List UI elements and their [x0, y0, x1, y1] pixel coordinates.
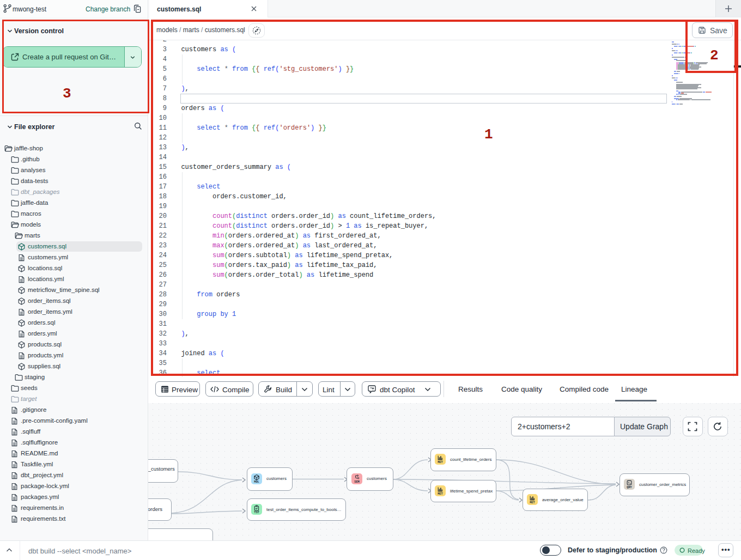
svg-text:MET: MET	[438, 492, 443, 496]
svg-text:SEM: SEM	[354, 480, 360, 484]
svg-text:MET: MET	[530, 501, 535, 504]
svg-text:MDL: MDL	[254, 480, 259, 484]
svg-text:QRY: QRY	[627, 486, 632, 489]
svg-text:TST: TST	[254, 511, 259, 514]
svg-text:MET: MET	[438, 461, 443, 464]
